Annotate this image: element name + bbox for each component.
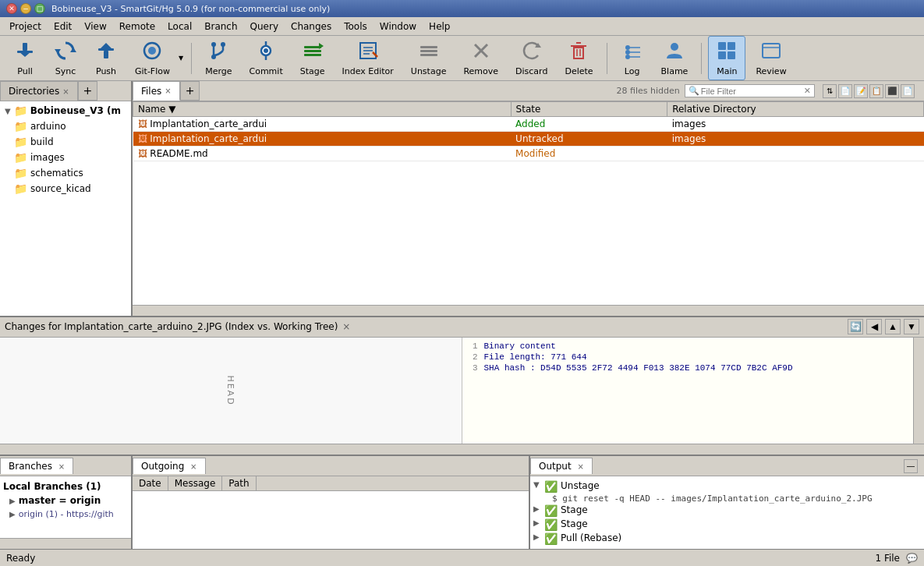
output-line[interactable]: ▶✅Pull (Rebase) [533, 532, 921, 546]
tab-output-close[interactable]: × [578, 462, 584, 471]
tab-branches[interactable]: Branches × [0, 458, 73, 474]
diff-hscroll[interactable] [0, 444, 924, 455]
toolbar-btn-gitflow[interactable]: Git-Flow [128, 36, 177, 80]
menu-item-local[interactable]: Local [161, 19, 198, 34]
output-group-header[interactable]: ▼✅Unstage [533, 479, 921, 493]
col-state[interactable]: State [511, 102, 667, 117]
tree-label-build: build [30, 136, 54, 147]
diff-down-btn[interactable]: ▼ [904, 319, 919, 334]
tree-item-schematics[interactable]: 📁 schematics [2, 165, 129, 181]
output-line[interactable]: ▶✅Stage [533, 504, 921, 518]
tree-item-images[interactable]: 📁 images [2, 150, 129, 165]
output-group-header[interactable]: ▶✅Pull (Rebase) [533, 532, 921, 546]
outgoing-col-date[interactable]: Date [133, 476, 168, 490]
diff-up-btn[interactable]: ▲ [885, 319, 901, 334]
menu-item-query[interactable]: Query [244, 19, 285, 34]
outgoing-col-message[interactable]: Message [168, 476, 223, 490]
toolbar-btn-pull[interactable]: Pull [6, 36, 44, 80]
toolbar-btn-sync[interactable]: Sync [47, 36, 84, 80]
maximize-button[interactable]: □ [34, 3, 45, 14]
output-group-header[interactable]: ▶✅Stage [533, 504, 921, 518]
diff-head-label: HEAD [225, 375, 235, 405]
toolbar-btn-blame[interactable]: Blame [654, 36, 696, 80]
tab-branches-close[interactable]: × [58, 462, 65, 471]
outgoing-col-path[interactable]: Path [222, 476, 256, 490]
menu-item-help[interactable]: Help [423, 19, 456, 34]
branch-item-master[interactable]: ▶ master = origin [3, 493, 128, 508]
tab-add-left[interactable]: + [78, 81, 98, 101]
files-hscroll[interactable] [133, 305, 924, 316]
clear-filter-icon[interactable]: ✕ [804, 86, 811, 96]
file-filter[interactable]: 🔍 ✕ [685, 84, 815, 97]
diff-vscroll[interactable] [913, 338, 924, 444]
files-header: Files × + 28 files hidden 🔍 ✕ ⇅ 📄 [133, 81, 924, 101]
tree-root[interactable]: ▼ 📁 Bobineuse_V3 (m [2, 103, 129, 119]
tab-files-close[interactable]: × [165, 87, 171, 95]
toolbar-btn-label-blame: Blame [661, 66, 689, 76]
file-name-cell: 🖼 Implantation_carte_ardui [133, 132, 512, 147]
toolbar-btn-merge[interactable]: Merge [198, 36, 239, 80]
output-minimize-btn[interactable]: — [904, 459, 918, 473]
diff-close-btn[interactable]: × [342, 321, 350, 332]
output-group-header[interactable]: ▶✅Stage [533, 518, 921, 532]
branch-item-origin[interactable]: ▶ origin (1) - https://gith [3, 508, 128, 521]
menu-item-remote[interactable]: Remote [113, 19, 161, 34]
tab-directories[interactable]: Directories × [0, 81, 78, 101]
toolbar-btn-unstage[interactable]: Unstage [404, 36, 454, 80]
toolbar-btn-delete[interactable]: Delete [558, 36, 600, 80]
close-button[interactable]: ✕ [6, 3, 17, 14]
minimize-button[interactable]: − [20, 3, 31, 14]
tree-item-source-kicad[interactable]: 📁 source_kicad [2, 181, 129, 196]
top-section: Directories × + ▼ 📁 Bobineuse_V3 (m 📁 ar… [0, 81, 924, 317]
table-row[interactable]: 🖼 Implantation_carte_arduiUntrackedimage… [133, 132, 924, 147]
toolbar-btn-main[interactable]: Main [708, 36, 745, 80]
toolbar-btn-label-stage: Stage [300, 66, 325, 76]
col-reldir[interactable]: Relative Directory [667, 102, 924, 117]
diff-refresh-btn[interactable]: 🔄 [848, 319, 863, 334]
menu-item-branch[interactable]: Branch [198, 19, 243, 34]
tree-item-arduino[interactable]: 📁 arduino [2, 119, 129, 134]
tab-directories-close[interactable]: × [62, 87, 69, 96]
dir-tree[interactable]: ▼ 📁 Bobineuse_V3 (m 📁 arduino 📁 build 📁 … [0, 101, 131, 316]
files-action-btn-4[interactable]: 📋 [869, 84, 883, 98]
files-action-btn-3[interactable]: 📝 [854, 84, 868, 98]
table-row[interactable]: 🖼 README.mdModified [133, 147, 924, 161]
tab-files[interactable]: Files × [133, 81, 180, 101]
files-action-btn-6[interactable]: 📄 [901, 84, 915, 98]
toolbar-btn-label-sync: Sync [55, 66, 76, 76]
tab-outgoing[interactable]: Outgoing × [133, 458, 206, 474]
diff-prev-btn[interactable]: ◀ [866, 319, 882, 334]
menu-item-window[interactable]: Window [373, 19, 423, 34]
output-line[interactable]: ▼✅Unstage$ git reset -q HEAD -- images/I… [533, 479, 921, 504]
files-action-btn-2[interactable]: 📄 [838, 84, 852, 98]
folder-icon-images: 📁 [14, 151, 27, 164]
table-row[interactable]: 🖼 Implantation_carte_arduiAddedimages [133, 117, 924, 132]
tree-item-build[interactable]: 📁 build [2, 134, 129, 150]
toolbar-btn-push[interactable]: Push [87, 36, 125, 80]
output-line[interactable]: ▶✅Stage [533, 518, 921, 532]
menu-item-view[interactable]: View [78, 19, 112, 34]
menu-item-edit[interactable]: Edit [48, 19, 78, 34]
toolbar-btn-wrapper-commit: Commit [242, 36, 289, 80]
tab-add-files[interactable]: + [180, 81, 200, 101]
toolbar-btn-discard[interactable]: Discard [508, 36, 554, 80]
toolbar-btn-remove[interactable]: Remove [456, 36, 505, 80]
toolbar-arrow-gitflow[interactable]: ▼ [177, 36, 185, 80]
toolbar-btn-commit[interactable]: Commit [242, 36, 289, 80]
toolbar-btn-log[interactable]: Log [614, 36, 651, 80]
menu-item-changes[interactable]: Changes [285, 19, 338, 34]
toolbar-btn-review[interactable]: Review [749, 36, 793, 80]
files-action-btn-5[interactable]: ⬛ [885, 84, 899, 98]
tab-output[interactable]: Output × [530, 458, 593, 474]
toolbar-btn-stage[interactable]: Stage [293, 36, 332, 80]
menu-item-tools[interactable]: Tools [338, 19, 373, 34]
files-action-btn-1[interactable]: ⇅ [823, 84, 837, 98]
col-name[interactable]: Name ▼ [133, 102, 512, 117]
file-filter-input[interactable] [701, 87, 802, 96]
diff-line-content: Binary content [484, 341, 556, 351]
merge-icon [207, 40, 229, 65]
menu-item-project[interactable]: Project [3, 19, 48, 34]
branches-hscroll[interactable] [0, 538, 131, 549]
tab-outgoing-close[interactable]: × [190, 462, 196, 471]
toolbar-btn-index_editor[interactable]: Index Editor [335, 36, 401, 80]
